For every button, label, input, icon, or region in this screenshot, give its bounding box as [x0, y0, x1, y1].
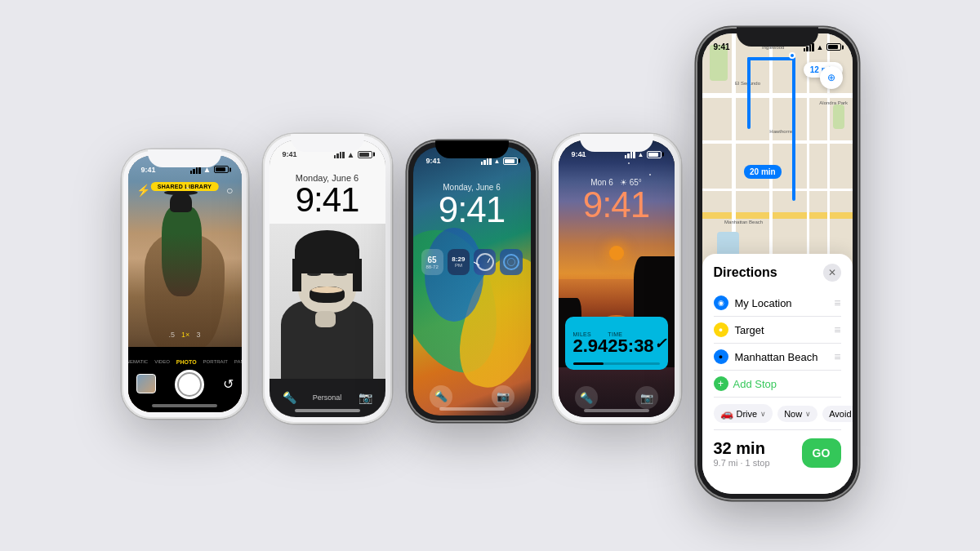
- mode-pano[interactable]: PANO: [234, 359, 242, 365]
- drag-handle-1[interactable]: ≡: [834, 296, 840, 309]
- weather-widget: 65 88-72: [421, 249, 443, 275]
- battery-icon-1: [214, 166, 229, 173]
- battery-fill-2: [359, 153, 370, 157]
- location-2-label: Target: [735, 324, 828, 336]
- mode-photo[interactable]: PHOTO: [176, 359, 197, 365]
- nike-time-value: 25:38: [608, 337, 653, 355]
- drive-chevron: ∨: [760, 410, 766, 418]
- weather-num: 65: [428, 256, 437, 264]
- manhattan-beach-icon: ●: [714, 349, 728, 364]
- add-stop-row[interactable]: + Add Stop: [714, 371, 841, 397]
- status-time-4: 9:41: [572, 150, 586, 158]
- map-label-alondra: Alondra Park: [819, 100, 848, 105]
- phones-container: 9:41 ▲: [0, 0, 980, 551]
- sunset-sun: [609, 246, 624, 260]
- map-road-v2: [769, 33, 773, 273]
- phone-camera: 9:41 ▲: [122, 149, 248, 419]
- location-3-label: Manhattan Beach: [735, 351, 828, 363]
- nike-progress-bar: [573, 362, 660, 365]
- time-sub: PM: [455, 263, 462, 268]
- color-lock-bottom: 🔦 📷: [413, 378, 531, 415]
- nike-progress-fill: [573, 362, 604, 365]
- add-stop-label: Add Stop: [733, 378, 777, 390]
- avoid-button[interactable]: Avoid ∨: [822, 406, 852, 422]
- time-widget: 8:29 PM: [448, 249, 470, 275]
- clock-hour: [474, 262, 479, 266]
- camera-icon-sunset[interactable]: 📷: [635, 386, 658, 409]
- transport-row: 🚗 Drive ∨ Now ∨ Avoid ∨: [714, 397, 841, 430]
- signal-bar-b3: [340, 152, 342, 158]
- phone-maps: El Segundo Hawthorne Manhattan Beach Law…: [696, 27, 859, 500]
- battery-fill-5: [828, 45, 839, 49]
- go-button[interactable]: GO: [802, 438, 841, 468]
- status-time-3: 9:41: [426, 157, 441, 165]
- torch-icon-bw[interactable]: 🔦: [283, 391, 296, 404]
- zoom-3x[interactable]: 3: [196, 331, 200, 339]
- directions-title: Directions: [714, 265, 777, 280]
- mode-video[interactable]: VIDEO: [154, 359, 170, 365]
- map-background[interactable]: El Segundo Hawthorne Manhattan Beach Law…: [702, 33, 853, 273]
- location-1-label: My Location: [735, 297, 828, 309]
- bw-chin-hand: [315, 311, 336, 327]
- camera-up-arrow[interactable]: ⌃: [185, 186, 191, 194]
- location-row-1: ◉ My Location ≡: [714, 290, 841, 317]
- swirl-outer: [503, 254, 519, 270]
- mode-cinematic[interactable]: CINEMATIC: [128, 359, 149, 365]
- camera-flip-icon[interactable]: ↺: [223, 376, 234, 392]
- screen-4: 9:41 ▲: [559, 140, 675, 417]
- bw-teeth: [311, 287, 342, 293]
- screen-3: 9:41 ▲: [413, 147, 531, 415]
- nike-swoosh: ✓: [654, 335, 666, 353]
- zoom-point5[interactable]: .5: [169, 331, 176, 339]
- wifi-icon-5: ▲: [817, 43, 824, 51]
- mode-portrait[interactable]: PORTRAIT: [203, 359, 228, 365]
- go-info: 32 min 9.7 mi · 1 stop: [714, 439, 770, 468]
- map-label-manhattan: Manhattan Beach: [724, 220, 763, 224]
- settings-icon[interactable]: ○: [226, 184, 233, 197]
- signal-bar-2: [193, 169, 195, 174]
- flash-icon[interactable]: ⚡: [136, 184, 150, 197]
- camera-zoom-controls: .5 1× 3: [169, 331, 201, 339]
- maps-status-bar: 9:41 ▲: [702, 33, 853, 56]
- route-line-v: [792, 57, 795, 201]
- camera-icon-color[interactable]: 📷: [492, 385, 514, 408]
- now-chevron: ∨: [805, 410, 811, 418]
- directions-panel: Directions ✕ ◉ My Location ≡ ● Target ≡: [702, 254, 853, 493]
- shutter-button[interactable]: [175, 370, 204, 399]
- swirl-inner: [507, 258, 515, 266]
- phone-color-lock: 9:41 ▲: [407, 140, 537, 422]
- zoom-1x[interactable]: 1×: [181, 331, 189, 339]
- camera-icon-bw[interactable]: 📷: [359, 391, 372, 404]
- phone-bw-lock: 9:41 ▲ Monday, June: [263, 134, 392, 424]
- drag-handle-2[interactable]: ≡: [834, 323, 840, 336]
- signal-bar-3: [196, 167, 198, 174]
- maps-screen: El Segundo Hawthorne Manhattan Beach Law…: [702, 33, 853, 494]
- drive-button[interactable]: 🚗 Drive ∨: [714, 404, 773, 423]
- bw-hair-right: [353, 259, 362, 291]
- notch-2: [291, 134, 364, 152]
- directions-header: Directions ✕: [714, 264, 841, 282]
- screen-2: 9:41 ▲ Monday, June: [270, 140, 385, 417]
- notch-3: [435, 140, 509, 158]
- battery-icon-4: [647, 151, 662, 158]
- notch-1: [148, 149, 221, 167]
- route-distance: 9.7 mi · 1 stop: [714, 458, 770, 468]
- torch-icon-color[interactable]: 🔦: [430, 385, 452, 408]
- bw-time: 9:41: [296, 183, 359, 217]
- camera-modes: CINEMATIC VIDEO PHOTO PORTRAIT PANO: [128, 359, 242, 365]
- shutter-inner: [177, 372, 202, 397]
- bw-portrait: [270, 202, 385, 381]
- bw-hair-straight: [292, 259, 362, 273]
- color-widgets-row: 65 88-72 8:29 PM: [413, 249, 531, 275]
- signal-bar-b1: [334, 155, 336, 158]
- now-button[interactable]: Now ∨: [777, 406, 817, 422]
- maps-time: 9:41: [714, 42, 730, 51]
- torch-icon-sunset[interactable]: 🔦: [575, 386, 598, 409]
- route-line-v2: [747, 57, 751, 129]
- drag-handle-3[interactable]: ≡: [834, 350, 840, 363]
- rider-silhouette: [162, 207, 202, 296]
- map-compass-button[interactable]: ⊕: [820, 66, 843, 89]
- camera-thumbnail[interactable]: [136, 374, 156, 393]
- directions-close-button[interactable]: ✕: [823, 264, 841, 282]
- map-20min-badge: 20 min: [744, 165, 782, 179]
